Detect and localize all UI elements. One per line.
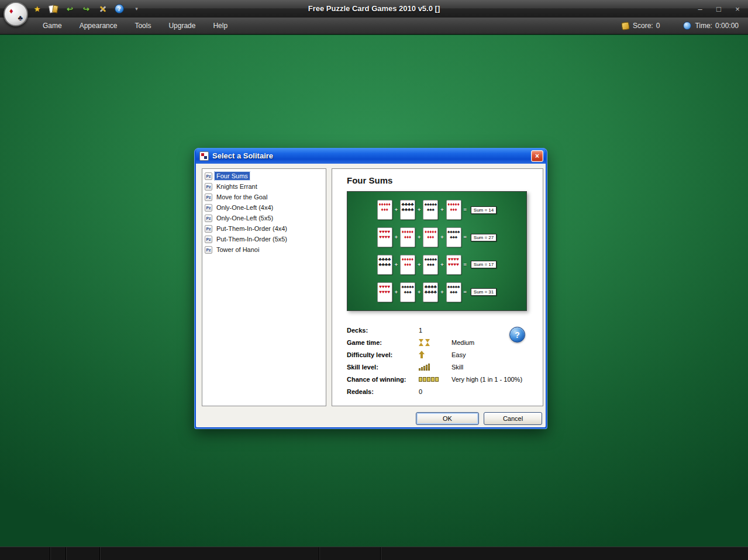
- time-value: 0:00:00: [715, 22, 739, 30]
- diamond-suit-icon: ♦: [9, 6, 13, 15]
- clock-icon: [683, 22, 691, 30]
- preview-card: ♠♠♠♠♠♠♠♠: [446, 227, 461, 247]
- minimize-button[interactable]: –: [695, 5, 705, 13]
- dialog-close-button[interactable]: ×: [531, 150, 543, 162]
- game-list-item[interactable]: PzTower of Hanoi: [204, 244, 325, 255]
- preview-card: ♦♦♦♦♦♦♦♦: [400, 227, 415, 247]
- stat-row: Game time:Medium: [347, 336, 535, 348]
- menu-tools[interactable]: Tools: [126, 18, 160, 34]
- arrow-up-icon: [419, 351, 425, 358]
- redo-icon[interactable]: ↪: [81, 4, 92, 15]
- game-list-item[interactable]: PzMove for the Goal: [204, 192, 325, 202]
- game-list-item[interactable]: PzOnly-One-Left (5x5): [204, 213, 325, 223]
- maximize-button[interactable]: □: [714, 5, 723, 13]
- new-game-icon[interactable]: ★: [32, 4, 43, 15]
- plus-sign: +: [418, 207, 420, 213]
- stat-value: Easy: [451, 351, 535, 358]
- preview-card: ♠♠♠♠♠♠♠♠: [400, 282, 415, 302]
- puzzle-game-icon: Pz: [205, 172, 212, 180]
- preview-image: ♦♦♦♦♦♦♦♦+♣♣♣♣♣♣♣♣+♠♠♠♠♠♠♠♠+♦♦♦♦♦♦♦♦=Sum …: [347, 191, 527, 311]
- preview-card-row: ♣♣♣♣♣♣♣♣+♦♦♦♦♦♦♦♦+♠♠♠♠♠♠♠♠+♥♥♥♥♥♥♥♥=Sum …: [350, 255, 524, 275]
- stats-table: Decks:1Game time:MediumDifficulty level:…: [347, 324, 535, 397]
- help-icon[interactable]: ?: [115, 4, 124, 13]
- menu-items: GameAppearanceToolsUpgradeHelp: [34, 18, 236, 34]
- rules-help-button[interactable]: ?: [509, 327, 525, 343]
- plus-sign: +: [395, 234, 398, 240]
- stat-row: Skill level:Skill: [347, 361, 535, 373]
- preview-card-row: ♦♦♦♦♦♦♦♦+♣♣♣♣♣♣♣♣+♠♠♠♠♠♠♠♠+♦♦♦♦♦♦♦♦=Sum …: [350, 200, 524, 220]
- menu-help[interactable]: Help: [204, 18, 236, 34]
- undo-icon[interactable]: ↩: [64, 4, 75, 15]
- equals-sign: =: [464, 207, 467, 213]
- preview-card: ♣♣♣♣♣♣♣♣: [423, 282, 438, 302]
- hourglass-icon: [419, 339, 424, 346]
- taskbar-divider: [380, 547, 381, 560]
- preview-panel: Four Sums ♦♦♦♦♦♦♦♦+♣♣♣♣♣♣♣♣+♠♠♠♠♠♠♠♠+♦♦♦…: [332, 168, 543, 406]
- menu-appearance[interactable]: Appearance: [71, 18, 126, 34]
- plus-sign: +: [395, 262, 398, 268]
- preview-card: ♥♥♥♥♥♥♥♥: [377, 282, 392, 302]
- menu-upgrade[interactable]: Upgrade: [160, 18, 204, 34]
- dialog-title: Select a Solitaire: [212, 151, 531, 160]
- dialog-body: PzFour SumsPzKnights ErrantPzMove for th…: [196, 164, 546, 427]
- time-label: Time:: [695, 22, 712, 30]
- taskbar-divider: [66, 547, 66, 560]
- taskbar-divider: [319, 547, 319, 560]
- cancel-button[interactable]: Cancel: [484, 412, 542, 425]
- preview-card: ♣♣♣♣♣♣♣♣: [400, 200, 415, 220]
- stat-icon-cell: [419, 377, 451, 382]
- plus-sign: +: [395, 289, 398, 295]
- plus-sign: +: [440, 207, 443, 213]
- preview-card-row: ♥♥♥♥♥♥♥♥+♦♦♦♦♦♦♦♦+♦♦♦♦♦♦♦♦+♠♠♠♠♠♠♠♠=Sum …: [350, 227, 524, 247]
- stat-icon-cell: [419, 351, 451, 358]
- preview-card: ♠♠♠♠♠♠♠♠: [423, 200, 438, 220]
- stat-row: Chance of winning:Very high (1 in 1 - 10…: [347, 373, 535, 385]
- window-controls: – □ ×: [695, 0, 742, 18]
- game-name: Only-One-Left (4x4): [215, 203, 275, 212]
- game-listbox[interactable]: PzFour SumsPzKnights ErrantPzMove for th…: [202, 168, 326, 406]
- chance-blocks-icon: [419, 377, 439, 382]
- select-solitaire-dialog: Select a Solitaire × PzFour SumsPzKnight…: [194, 148, 547, 429]
- game-list-item[interactable]: PzPut-Them-In-Order (5x5): [204, 234, 325, 244]
- equals-sign: =: [464, 289, 467, 295]
- plus-sign: +: [440, 289, 443, 295]
- stat-row: Decks:1: [347, 324, 535, 336]
- taskbar-divider: [50, 547, 50, 560]
- game-list-item[interactable]: PzFour Sums: [204, 171, 325, 181]
- stat-icon-cell: 1: [419, 327, 451, 334]
- puzzle-game-icon: Pz: [205, 204, 212, 212]
- game-list-item[interactable]: PzOnly-One-Left (4x4): [204, 202, 325, 213]
- preview-card: ♠♠♠♠♠♠♠♠: [446, 282, 461, 302]
- stat-label: Skill level:: [347, 364, 419, 371]
- ok-button[interactable]: OK: [416, 412, 479, 425]
- equals-sign: =: [464, 234, 467, 240]
- menu-game[interactable]: Game: [34, 18, 71, 34]
- game-name: Put-Them-In-Order (4x4): [215, 224, 289, 233]
- score-value: 0: [656, 22, 660, 30]
- quick-toolbar: ★ ↩ ↪ ? ▾: [32, 0, 142, 18]
- game-list-item[interactable]: PzPut-Them-In-Order (4x4): [204, 223, 325, 234]
- hourglass-icon: [425, 339, 430, 346]
- game-name: Tower of Hanoi: [215, 246, 261, 254]
- toolbar-dropdown-icon[interactable]: ▾: [131, 4, 142, 15]
- dialog-titlebar[interactable]: Select a Solitaire ×: [196, 148, 546, 164]
- sum-label: Sum = 27: [471, 234, 497, 241]
- plus-sign: +: [395, 207, 398, 213]
- puzzle-game-icon: Pz: [205, 183, 212, 191]
- sum-label: Sum = 31: [471, 288, 497, 296]
- stat-icon-cell: 0: [419, 388, 451, 395]
- deck-icon[interactable]: [48, 4, 59, 15]
- game-name: Only-One-Left (5x5): [215, 214, 275, 222]
- taskbar-divider: [99, 547, 100, 560]
- preview-card: ♦♦♦♦♦♦♦♦: [400, 255, 415, 275]
- game-name: Put-Them-In-Order (5x5): [215, 235, 289, 243]
- puzzle-game-icon: Pz: [205, 215, 212, 222]
- menubar: GameAppearanceToolsUpgradeHelp Score: 0 …: [0, 18, 748, 34]
- game-list-item[interactable]: PzKnights Errant: [204, 181, 325, 192]
- plus-sign: +: [418, 234, 420, 240]
- score-icon: [621, 22, 630, 30]
- tools-icon[interactable]: [97, 4, 108, 15]
- plus-sign: +: [440, 234, 443, 240]
- app-logo: ♦ ♣: [4, 2, 28, 26]
- close-button[interactable]: ×: [733, 5, 742, 13]
